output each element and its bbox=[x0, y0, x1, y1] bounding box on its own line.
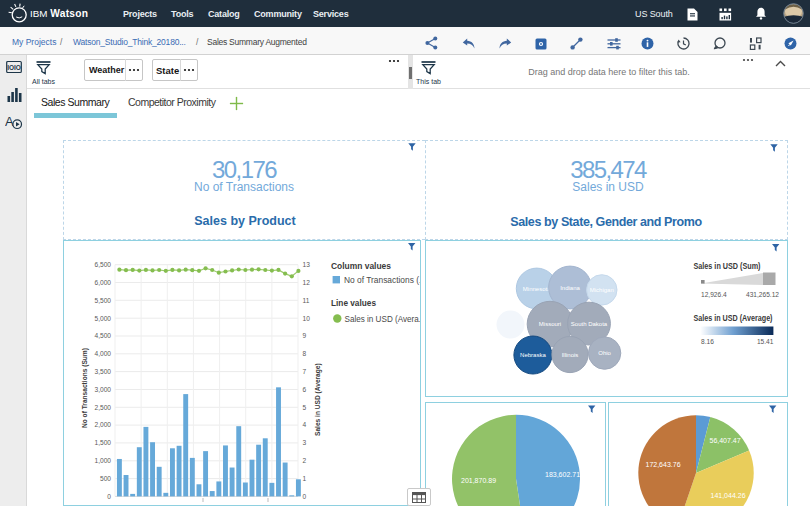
svg-text:IOIO: IOIO bbox=[7, 64, 21, 71]
svg-text:A: A bbox=[5, 114, 14, 129]
